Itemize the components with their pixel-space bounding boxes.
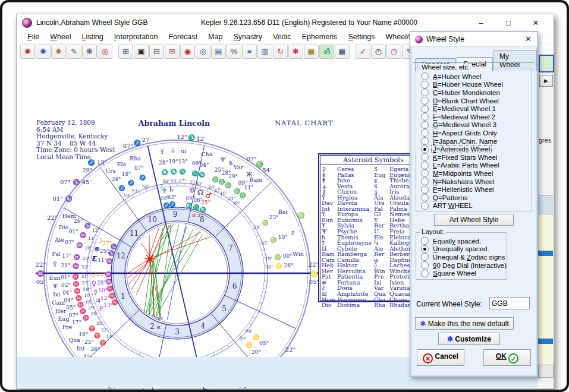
menu-item-wheel[interactable]: Wheel — [45, 31, 76, 42]
customize-button[interactable]: ✱ Customize — [438, 333, 500, 345]
svg-text:☉: ☉ — [90, 270, 96, 279]
art-wheel-style-button[interactable]: Art Wheel Style — [434, 214, 514, 226]
list-report-icon[interactable]: ≡ — [242, 45, 257, 59]
svg-text:26°: 26° — [91, 346, 100, 352]
menu-item-listing[interactable]: Listing — [77, 31, 108, 42]
radio-90-deg-dial-interactive-[interactable]: 90 Deg Dial (Interactive) — [417, 261, 508, 270]
radio-unequal-zodiac-signs[interactable]: Unequal & Zodiac signs — [417, 253, 508, 261]
svg-text:♍: ♍ — [270, 236, 277, 244]
partial-label: gres — [539, 137, 551, 144]
menu-item-vedic[interactable]: Vedic — [268, 31, 296, 42]
quadwheel-icon[interactable]: ❋ — [82, 45, 97, 59]
color-grid-icon[interactable]: ▦ — [304, 45, 319, 59]
svg-text:05': 05' — [86, 299, 93, 305]
radio-q-patterns[interactable]: Q=Patterns — [417, 194, 504, 202]
copy-pages-icon[interactable]: ▥ — [257, 45, 272, 59]
ok-button[interactable]: OK ✓ — [483, 349, 531, 366]
svg-text:♅: ♅ — [188, 186, 194, 195]
radio-m-midpoints-wheel[interactable]: M=Midpoints Wheel — [417, 169, 504, 178]
svg-text:23°: 23° — [269, 214, 279, 220]
cancel-button[interactable]: ✕ Cancel — [417, 349, 464, 366]
red-wheel-icon[interactable]: ◉ — [180, 45, 195, 59]
svg-text:29°: 29° — [82, 167, 93, 173]
svg-text:♒: ♒ — [105, 278, 112, 285]
radio-square-wheel[interactable]: Square Wheel — [417, 269, 508, 277]
svg-text:♐ 13': ♐ 13' — [87, 159, 106, 166]
save-icon[interactable]: ▣ — [134, 45, 149, 59]
radio-art-wheel[interactable]: ART WHEEL — [417, 202, 504, 210]
svg-text:09°: 09° — [192, 160, 202, 166]
svg-text:22°: 22° — [309, 261, 319, 268]
radio-p-hellenistic-wheel[interactable]: P=Hellenistic Wheel — [417, 185, 504, 194]
radio-a-huber-wheel[interactable]: A=Huber Wheel — [417, 72, 504, 81]
radio-l-arabic-parts-wheel[interactable]: L=Arabic Parts Wheel — [417, 162, 504, 170]
radio-i-japan-chin-name[interactable]: I=Japan./Chin. Name — [417, 137, 504, 146]
maximize-button[interactable]: □ — [502, 18, 514, 27]
scrollbar-stub[interactable] — [538, 365, 554, 378]
calculator-icon[interactable]: ▦ — [335, 45, 350, 59]
aspect-wheel-icon[interactable]: ◎ — [196, 45, 210, 59]
list-selection[interactable] — [537, 339, 553, 344]
rotate-arrows-icon[interactable]: ↻ — [273, 45, 288, 59]
svg-text:Ѱ: Ѱ — [221, 156, 226, 163]
star-aspects-icon[interactable]: ✱ — [288, 45, 303, 59]
color-swatch[interactable] — [539, 55, 554, 72]
wheel-size-group-label: Wheel size, etc. — [420, 64, 471, 71]
svg-text:01°: 01° — [61, 274, 70, 280]
triwheel-icon[interactable]: ✹ — [51, 45, 66, 59]
svg-text:Her: Her — [55, 308, 67, 314]
svg-text:41': 41' — [81, 274, 89, 279]
svg-text:♐: ♐ — [128, 179, 135, 186]
natal-wheel-icon[interactable]: ✺ — [20, 45, 35, 59]
menu-item-map[interactable]: Map — [203, 31, 227, 42]
clock-icon[interactable]: ◴ — [371, 45, 386, 59]
radio-c-huber-mondknoten[interactable]: C=Huber Mondknoten — [417, 88, 504, 97]
current-wheel-style-input[interactable] — [489, 297, 530, 309]
minimize-button[interactable]: – — [475, 18, 487, 27]
target-wheel-icon[interactable]: ◎ — [98, 45, 112, 59]
radio-e-medieval-wheel-1[interactable]: E=Medieval Wheel 1 — [417, 105, 504, 113]
close-button[interactable]: ✕ — [530, 18, 542, 27]
radio-f-medieval-wheel-2[interactable]: F=Medieval Wheel 2 — [417, 113, 504, 121]
play-button[interactable]: ▶ — [539, 75, 553, 87]
svg-text:12': 12' — [196, 135, 205, 142]
chart-page-icon[interactable]: ⊞ — [118, 45, 133, 59]
radio-equally-spaced-[interactable]: Equally spaced. — [417, 237, 508, 245]
svg-text:1: 1 — [121, 292, 125, 301]
radio-unequally-spaced-[interactable]: Unequally spaced. — [417, 245, 508, 254]
wheel-edit-icon[interactable]: ✎ — [67, 45, 81, 59]
om-icon[interactable]: ॐ — [319, 45, 334, 59]
radio-h-aspect-grids-only[interactable]: H=Aspect Grids Only — [417, 129, 504, 137]
svg-text:♓: ♓ — [106, 285, 114, 292]
svg-text:Rha: Rha — [130, 155, 141, 162]
menu-item-synastry[interactable]: Synastry — [228, 31, 267, 42]
check-icon[interactable]: ✓ — [356, 45, 370, 59]
radio-d-blank-chart-wheel[interactable]: D=Blank Chart Wheel — [417, 97, 504, 105]
mail-icon[interactable]: ✉ — [165, 45, 180, 59]
radio-b-huber-house-wheel[interactable]: B=Huber House Wheel — [417, 81, 504, 89]
biwheel-icon[interactable]: ✺ — [36, 45, 51, 59]
clock-wheel-icon[interactable]: ◷ — [386, 45, 401, 59]
list-selection[interactable] — [537, 251, 553, 256]
screen-capture-icon[interactable]: ▤ — [211, 45, 226, 59]
menu-item-ephemeris[interactable]: Ephemeris — [297, 31, 342, 42]
print-icon[interactable]: ⊟ — [149, 45, 164, 59]
menu-item-settings[interactable]: Settings — [343, 31, 379, 42]
panel-list[interactable] — [537, 215, 553, 365]
radio-k-fixed-stars-wheel[interactable]: K=Fixed Stars Wheel — [417, 153, 504, 162]
menu-item-interpretation[interactable]: Interpretation — [109, 31, 163, 42]
svg-text:07°: 07° — [134, 165, 144, 171]
svg-text:☿: ☿ — [93, 288, 98, 296]
menu-item-file[interactable]: File — [23, 31, 44, 42]
radio-g-medieval-wheel-3[interactable]: G=Medieval Wheel 3 — [417, 121, 504, 129]
radio-j-asteroids-wheel[interactable]: J=Asteroids Wheel — [417, 145, 504, 153]
percent-icon[interactable]: % — [227, 45, 241, 59]
svg-text:♏: ♏ — [186, 202, 193, 209]
menu-item-forecast[interactable]: Forecast — [164, 31, 202, 42]
radio-n-nakshatra-wheel[interactable]: N=Nakshatra Wheel — [417, 178, 504, 186]
svg-text:Ƹ: Ƹ — [291, 230, 295, 236]
svg-text:♏: ♏ — [191, 170, 199, 177]
svg-text:Ϋ: Ϋ — [52, 261, 57, 268]
make-default-button[interactable]: ✱ Make this the new default — [415, 317, 514, 330]
dialog-close-icon[interactable]: ✕ — [525, 34, 532, 43]
